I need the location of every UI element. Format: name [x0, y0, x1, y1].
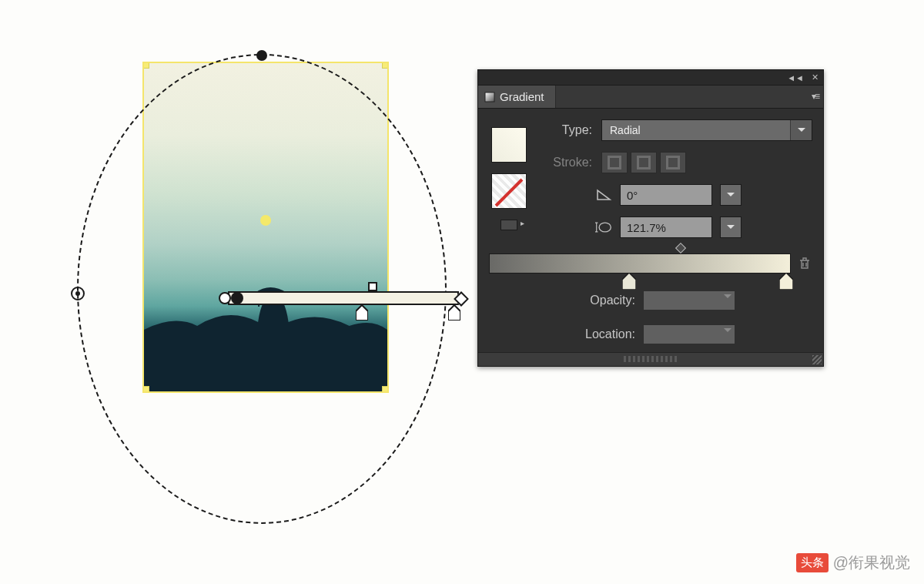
gradient-bar[interactable] [489, 253, 791, 274]
chevron-down-icon [724, 294, 732, 302]
panel-grip[interactable] [624, 356, 678, 362]
gradient-midpoint[interactable] [675, 243, 686, 253]
gradient-stop[interactable] [779, 273, 793, 290]
gradient-start-dot[interactable] [231, 292, 243, 304]
svg-point-6 [599, 223, 611, 232]
gradient-scale-handle[interactable] [368, 282, 377, 291]
collapse-icon[interactable]: ◄◄ [787, 73, 804, 82]
aspect-stepper[interactable] [720, 216, 742, 238]
fill-swatch[interactable] [491, 127, 527, 163]
gradient-tab-icon [484, 92, 495, 102]
chevron-down-icon [724, 328, 732, 336]
stroke-label: Stroke: [538, 156, 592, 169]
opacity-field[interactable] [643, 290, 735, 310]
close-icon[interactable]: ✕ [812, 72, 819, 82]
type-dropdown[interactable]: Radial [601, 119, 812, 141]
angle-icon [595, 188, 612, 202]
watermark: 头条 @衔果视觉 [796, 552, 910, 573]
opacity-label: Opacity: [566, 294, 635, 307]
stroke-within-button[interactable] [601, 152, 628, 173]
gradient-stop[interactable] [622, 273, 636, 290]
gradient-anchor[interactable] [256, 50, 267, 61]
svg-rect-5 [485, 92, 494, 102]
gradient-start-handle[interactable] [219, 292, 231, 304]
selection-handle[interactable] [142, 386, 149, 393]
selection-handle[interactable] [382, 386, 389, 393]
tab-label: Gradient [500, 90, 544, 103]
reverse-gradient-button[interactable] [500, 220, 517, 230]
tab-gradient[interactable]: Gradient [478, 86, 556, 108]
stroke-along-button[interactable] [631, 152, 657, 173]
location-field[interactable] [643, 324, 735, 344]
gradient-panel: ◄◄ ✕ Gradient ▾≡ Type: Radial [477, 69, 824, 367]
aspect-icon [595, 220, 612, 234]
aspect-field[interactable]: 121.7% [620, 216, 712, 238]
panel-topbar: ◄◄ ✕ [478, 70, 823, 86]
gradient-annotator[interactable] [228, 291, 459, 305]
artboard[interactable] [142, 62, 389, 393]
chevron-down-icon [790, 120, 812, 140]
stroke-swatch[interactable] [491, 173, 527, 209]
watermark-badge: 头条 [796, 553, 829, 572]
gradient-anchor-origin[interactable] [71, 287, 85, 300]
gradient-end-handle[interactable] [454, 291, 469, 307]
angle-field[interactable]: 0° [620, 184, 712, 206]
gradient-editor [489, 253, 812, 274]
stroke-across-button[interactable] [660, 152, 686, 173]
location-label: Location: [566, 327, 635, 341]
angle-stepper[interactable] [720, 184, 742, 206]
gradient-stop-handle[interactable] [356, 305, 368, 321]
watermark-text: @衔果视觉 [833, 552, 910, 573]
resize-handle[interactable] [812, 355, 822, 364]
type-value: Radial [610, 124, 641, 136]
gradient-stop-handle[interactable] [448, 305, 460, 321]
panel-menu-icon[interactable]: ▾≡ [812, 91, 819, 102]
selection-handle[interactable] [142, 62, 149, 69]
selection-handle[interactable] [382, 62, 389, 69]
panel-tabbar: Gradient ▾≡ [478, 86, 823, 109]
trash-icon[interactable] [797, 256, 812, 271]
panel-footer [478, 352, 823, 366]
landscape-silhouette [144, 222, 387, 391]
canvas[interactable] [0, 0, 477, 539]
type-label: Type: [538, 123, 592, 137]
